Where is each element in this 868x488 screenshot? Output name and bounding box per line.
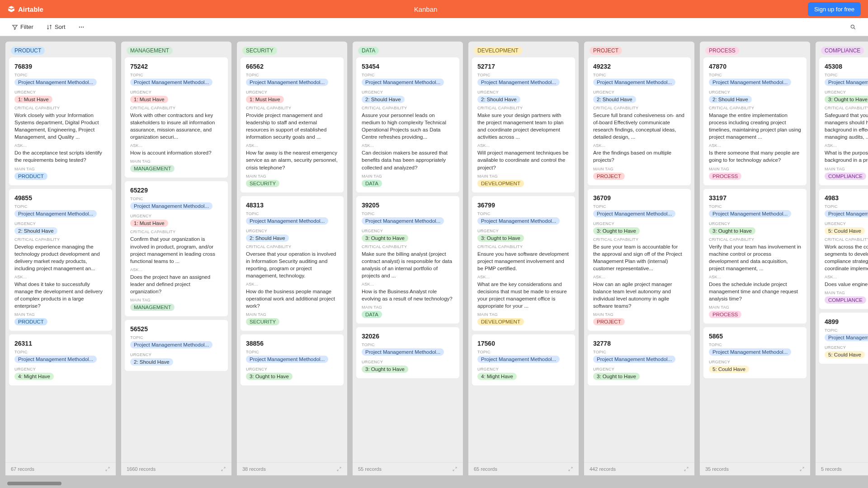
kanban-card[interactable]: 4899TOPICProject Management Methodol...U… <box>819 313 868 364</box>
field-label: CRITICAL CAPABILITY <box>246 106 338 110</box>
field-label: MAIN TAG <box>709 167 801 171</box>
main-tag-pill: PRODUCT <box>14 318 47 325</box>
field-label: URGENCY <box>362 360 454 364</box>
horizontal-scrollbar[interactable] <box>7 482 61 485</box>
column-body[interactable]: 52717TOPICProject Management Methodol...… <box>468 57 579 462</box>
kanban-board[interactable]: PRODUCT76839TOPICProject Management Meth… <box>0 36 868 488</box>
sort-button[interactable]: Sort <box>43 22 68 32</box>
kanban-card[interactable]: 32026TOPICProject Management Methodol...… <box>356 327 459 378</box>
column-header: DATA <box>353 42 463 57</box>
field-label: MAIN TAG <box>825 291 868 295</box>
topic-pill: Project Management Methodol... <box>825 210 868 217</box>
kanban-card[interactable]: 5865TOPICProject Management Methodol...U… <box>703 327 807 378</box>
critical-capability-text: Ensure you have software development pro… <box>477 250 570 272</box>
kanban-column: COMPLIANCE45308TOPICProject Management M… <box>816 42 868 475</box>
field-label: TOPIC <box>477 211 570 216</box>
field-label: URGENCY <box>825 345 868 350</box>
kanban-card[interactable]: 38856TOPICProject Management Methodol...… <box>241 334 344 385</box>
column-footer: 5 records <box>816 462 868 475</box>
page-title: Kanban <box>43 5 808 13</box>
main-tag-pill: PROJECT <box>593 318 625 325</box>
kanban-card[interactable]: 48313TOPICProject Management Methodol...… <box>241 196 344 331</box>
kanban-column: DATA53454TOPICProject Management Methodo… <box>353 42 463 475</box>
kanban-card[interactable]: 36709TOPICProject Management Methodol...… <box>588 189 691 331</box>
kanban-card[interactable]: 17560TOPICProject Management Methodol...… <box>472 334 575 385</box>
field-label: ASK... <box>709 143 801 148</box>
urgency-pill: 2: Should Have <box>709 96 752 103</box>
urgency-pill: 5: Could Have <box>825 351 865 358</box>
expand-icon[interactable] <box>799 466 805 472</box>
expand-icon[interactable] <box>221 466 226 472</box>
kanban-card[interactable]: 52717TOPICProject Management Methodol...… <box>472 57 575 192</box>
kanban-card[interactable]: 53454TOPICProject Management Methodol...… <box>356 57 459 192</box>
kanban-card[interactable]: 56525TOPICProject Management Methodol...… <box>125 320 228 371</box>
main-tag-pill: MANAGEMENT <box>130 304 175 311</box>
column-body[interactable]: 66562TOPICProject Management Methodol...… <box>237 57 347 462</box>
column-body[interactable]: 45308TOPICProject Management Methodol...… <box>816 57 868 462</box>
card-id: 48313 <box>246 202 338 209</box>
column-body[interactable]: 75242TOPICProject Management Methodol...… <box>121 57 231 462</box>
kanban-card[interactable]: 76839TOPICProject Management Methodol...… <box>9 57 112 185</box>
card-id: 4983 <box>825 194 868 202</box>
field-label: MAIN TAG <box>130 298 222 302</box>
expand-icon[interactable] <box>105 466 110 472</box>
kanban-card[interactable]: 66562TOPICProject Management Methodol...… <box>241 57 344 192</box>
kanban-card[interactable]: 32778TOPICProject Management Methodol...… <box>588 334 691 385</box>
expand-icon[interactable] <box>336 466 342 472</box>
field-label: ASK... <box>14 143 107 148</box>
field-label: ASK... <box>362 282 454 286</box>
main-tag-pill: PRODUCT <box>14 173 47 180</box>
topic-pill: Project Management Methodol... <box>14 356 97 363</box>
logo[interactable]: Airtable <box>7 5 43 13</box>
card-id: 75242 <box>130 63 222 70</box>
field-label: CRITICAL CAPABILITY <box>477 244 570 249</box>
field-label: URGENCY <box>825 221 868 226</box>
urgency-pill: 3: Ought to Have <box>362 366 408 373</box>
column-title-tag: MANAGEMENT <box>127 47 173 55</box>
kanban-card[interactable]: 75242TOPICProject Management Methodol...… <box>125 57 228 178</box>
ask-text: Can decision makers be assured that bene… <box>362 149 454 171</box>
card-id: 32778 <box>593 340 685 347</box>
kanban-card[interactable]: 36799TOPICProject Management Methodol...… <box>472 196 575 331</box>
column-body[interactable]: 53454TOPICProject Management Methodol...… <box>353 57 463 462</box>
kanban-column: PROJECT49232TOPICProject Management Meth… <box>584 42 694 475</box>
field-label: URGENCY <box>246 90 338 94</box>
main-tag-pill: COMPLIANCE <box>825 296 866 304</box>
kanban-card[interactable]: 26311TOPICProject Management Methodol...… <box>9 334 112 385</box>
column-footer: 67 records <box>5 462 116 475</box>
search-button[interactable] <box>847 22 859 32</box>
card-id: 76839 <box>14 63 107 70</box>
card-id: 56525 <box>130 325 222 333</box>
filter-button[interactable]: Filter <box>9 22 36 32</box>
signup-button[interactable]: Sign up for free <box>808 2 861 16</box>
topic-pill: Project Management Methodol... <box>246 79 328 86</box>
field-label: ASK... <box>14 275 107 279</box>
column-body[interactable]: 47870TOPICProject Management Methodol...… <box>700 57 810 462</box>
record-count: 5 records <box>821 466 842 472</box>
column-body[interactable]: 49232TOPICProject Management Methodol...… <box>584 57 694 462</box>
column-body[interactable]: 76839TOPICProject Management Methodol...… <box>5 57 116 462</box>
card-id: 26311 <box>14 340 107 347</box>
ask-text: How far away is the nearest emergency se… <box>246 149 338 171</box>
kanban-card[interactable]: 47870TOPICProject Management Methodol...… <box>703 57 807 185</box>
field-label: TOPIC <box>709 204 801 209</box>
urgency-pill: 1: Must Have <box>130 220 168 227</box>
field-label: URGENCY <box>477 90 570 94</box>
expand-icon[interactable] <box>684 466 689 472</box>
field-label: URGENCY <box>130 90 222 94</box>
kanban-card[interactable]: 4983TOPICProject Management Methodol...U… <box>819 189 868 309</box>
kanban-card[interactable]: 65229TOPICProject Management Methodol...… <box>125 181 228 316</box>
urgency-pill: 2: Should Have <box>130 358 173 366</box>
field-label: ASK... <box>362 143 454 148</box>
kanban-card[interactable]: 39205TOPICProject Management Methodol...… <box>356 196 459 324</box>
kanban-card[interactable]: 33197TOPICProject Management Methodol...… <box>703 189 807 324</box>
urgency-pill: 2: Should Have <box>477 96 520 103</box>
kanban-card[interactable]: 45308TOPICProject Management Methodol...… <box>819 57 868 185</box>
expand-icon[interactable] <box>452 466 458 472</box>
field-label: URGENCY <box>709 360 801 364</box>
kanban-card[interactable]: 49232TOPICProject Management Methodol...… <box>588 57 691 185</box>
more-button[interactable] <box>75 22 87 32</box>
expand-icon[interactable] <box>568 466 573 472</box>
kanban-card[interactable]: 49855TOPICProject Management Methodol...… <box>9 189 112 331</box>
critical-capability-text: Manage the entire implementation process… <box>709 112 801 141</box>
